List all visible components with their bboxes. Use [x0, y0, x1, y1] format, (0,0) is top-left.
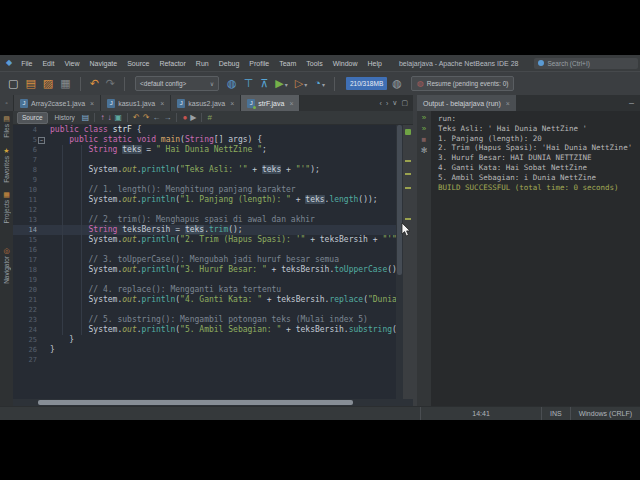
code-line[interactable]: 27	[13, 355, 396, 365]
menu-refactor[interactable]: Refactor	[154, 60, 190, 67]
maximize-editor-icon[interactable]: ▢	[401, 99, 408, 107]
insert-mode[interactable]: INS	[541, 407, 570, 420]
toggle-highlight-icon[interactable]: ▣	[114, 114, 122, 122]
rerun-icon[interactable]: »	[422, 114, 426, 122]
code-line[interactable]: 18 System.out.println("3. Huruf Besar: "…	[13, 265, 396, 275]
run-project-icon[interactable]: ▶▾	[273, 78, 289, 89]
code-line[interactable]: 7	[13, 155, 396, 165]
menu-run[interactable]: Run	[191, 60, 214, 67]
search-box[interactable]: Search (Ctrl+I)	[534, 58, 638, 69]
output-console[interactable]: run:Teks Asli: ' Hai Dunia NettZine '1. …	[431, 111, 640, 406]
code-line[interactable]: 8 System.out.println("Teks Asli: '" + te…	[13, 165, 396, 175]
open-project-icon[interactable]: ▨	[41, 78, 55, 89]
toggle-comment-icon[interactable]: #	[207, 114, 211, 122]
next-bookmark-icon[interactable]: ↷	[143, 114, 150, 122]
editor-tab-Array2case1-java[interactable]: JArray2case1.java×	[14, 95, 101, 111]
code-line[interactable]: 20 // 4. replace(): Mengganti kata terte…	[13, 285, 396, 295]
code-line[interactable]: 12	[13, 205, 396, 215]
redo-icon[interactable]: ↷	[104, 78, 117, 89]
menu-help[interactable]: Help	[363, 60, 387, 67]
code-line[interactable]: 17 // 3. toUpperCase(): Mengubah jadi hu…	[13, 255, 396, 265]
code-line[interactable]: 19	[13, 275, 396, 285]
horizontal-scrollbar[interactable]	[13, 399, 413, 406]
history-view-button[interactable]: History	[52, 114, 78, 121]
build-project-icon[interactable]: ⊤	[242, 78, 256, 89]
shift-right-icon[interactable]: →	[163, 114, 171, 122]
code-line[interactable]: 23 // 5. substring(): Mengambil potongan…	[13, 315, 396, 325]
dropdown-arrow-icon[interactable]: ▾	[322, 82, 325, 88]
menu-navigate[interactable]: Navigate	[85, 60, 123, 67]
menu-team[interactable]: Team	[274, 60, 301, 67]
scroll-tabs-left-icon[interactable]: ‹	[380, 100, 382, 107]
menu-edit[interactable]: Edit	[37, 60, 59, 67]
editor-tab-kasus1-java[interactable]: Jkasus1.java×	[101, 95, 171, 111]
editor-corner-icon[interactable]: ▫	[0, 95, 14, 111]
config-select[interactable]: <default config>∨	[135, 76, 219, 91]
sidebar-tab-files[interactable]: ▤Files	[3, 115, 10, 138]
undo-icon[interactable]: ↶	[88, 78, 101, 89]
web-globe-icon[interactable]: ◍	[225, 78, 239, 89]
menu-window[interactable]: Window	[328, 60, 363, 67]
editor-tab-kasus2-java[interactable]: Jkasus2.java×	[171, 95, 241, 111]
line-ending[interactable]: Windows (CRLF)	[570, 407, 640, 420]
stop-build-icon[interactable]: ■	[422, 136, 427, 144]
horizontal-scrollbar-thumb[interactable]	[38, 400, 353, 405]
code-line[interactable]: 25 }	[13, 335, 396, 345]
new-project-icon[interactable]: ▤	[23, 78, 37, 89]
previous-occurrence-icon[interactable]: ↑	[100, 114, 104, 122]
code-line[interactable]: 4public class strF {	[13, 125, 396, 135]
rerun-with-changes-icon[interactable]: »	[422, 125, 426, 133]
code-line[interactable]: 6 String teks = " Hai Dunia NettZine ";	[13, 145, 396, 155]
output-tab[interactable]: Output - belajarjava (run) ×	[417, 95, 516, 111]
editor-tab-strF-java[interactable]: JstrF.java×	[241, 95, 300, 111]
warning-mark[interactable]	[405, 173, 411, 175]
record-macro-icon[interactable]: ●	[182, 114, 187, 122]
menu-debug[interactable]: Debug	[214, 60, 245, 67]
last-edit-icon[interactable]: ▤	[82, 114, 90, 122]
menu-view[interactable]: View	[60, 60, 85, 67]
vertical-scrollbar[interactable]	[396, 125, 403, 399]
warning-mark[interactable]	[405, 187, 411, 189]
vertical-scrollbar-thumb[interactable]	[397, 125, 402, 275]
warning-mark[interactable]	[405, 218, 411, 220]
clean-build-icon[interactable]: ⊼	[258, 78, 270, 89]
error-stripe[interactable]	[403, 125, 413, 399]
next-occurrence-icon[interactable]: ↓	[107, 114, 111, 122]
code-line[interactable]: 16	[13, 245, 396, 255]
code-line[interactable]: 24 System.out.println("5. Ambil Sebagian…	[13, 325, 396, 335]
code-line[interactable]: 9	[13, 175, 396, 185]
menu-tools[interactable]: Tools	[301, 60, 327, 67]
menu-profile[interactable]: Profile	[244, 60, 274, 67]
menu-file[interactable]: File	[16, 60, 37, 67]
gc-icon[interactable]: ◍	[390, 78, 404, 89]
memory-indicator[interactable]: 210/318MB	[346, 77, 387, 90]
save-all-icon[interactable]: ▦	[58, 78, 72, 89]
sidebar-tab-navigator[interactable]: ◎Navigator	[3, 247, 10, 284]
dropdown-arrow-icon[interactable]: ▾	[304, 82, 307, 88]
code-line[interactable]: 5− public static void main(String[] args…	[13, 135, 396, 145]
code-line[interactable]: 13 // 2. trim(): Menghapus spasi di awal…	[13, 215, 396, 225]
shift-left-icon[interactable]: ←	[152, 114, 160, 122]
sidebar-tab-favorites[interactable]: ★Favorites	[3, 147, 10, 183]
profile-project-icon[interactable]: ◔▾	[312, 78, 327, 89]
opened-documents-icon[interactable]: ∨	[392, 99, 397, 107]
code-area[interactable]: 4public class strF {5− public static voi…	[13, 125, 413, 399]
warning-mark[interactable]	[405, 160, 411, 162]
close-tab-icon[interactable]: ×	[90, 100, 94, 107]
run-macro-icon[interactable]: ▶	[190, 114, 196, 122]
scroll-tabs-right-icon[interactable]: ›	[386, 100, 388, 107]
source-view-button[interactable]: Source	[17, 112, 48, 124]
menu-source[interactable]: Source	[122, 60, 154, 67]
close-tab-icon[interactable]: ×	[230, 100, 234, 107]
code-line[interactable]: 14 String teksBersih = teks.trim();	[13, 225, 396, 235]
code-line[interactable]: 26}	[13, 345, 396, 355]
sidebar-tab-projects[interactable]: ▦Projects	[3, 191, 10, 223]
fold-marker-icon[interactable]: −	[38, 137, 45, 144]
close-tab-icon[interactable]: ×	[289, 100, 293, 107]
code-line[interactable]: 21 System.out.println("4. Ganti Kata: " …	[13, 295, 396, 305]
code-line[interactable]: 22	[13, 305, 396, 315]
code-line[interactable]: 15 System.out.println("2. Trim (Hapus Sp…	[13, 235, 396, 245]
close-tab-icon[interactable]: ×	[160, 100, 164, 107]
minimize-output-icon[interactable]: –	[623, 98, 640, 108]
debug-project-icon[interactable]: ▷▾	[293, 78, 309, 89]
